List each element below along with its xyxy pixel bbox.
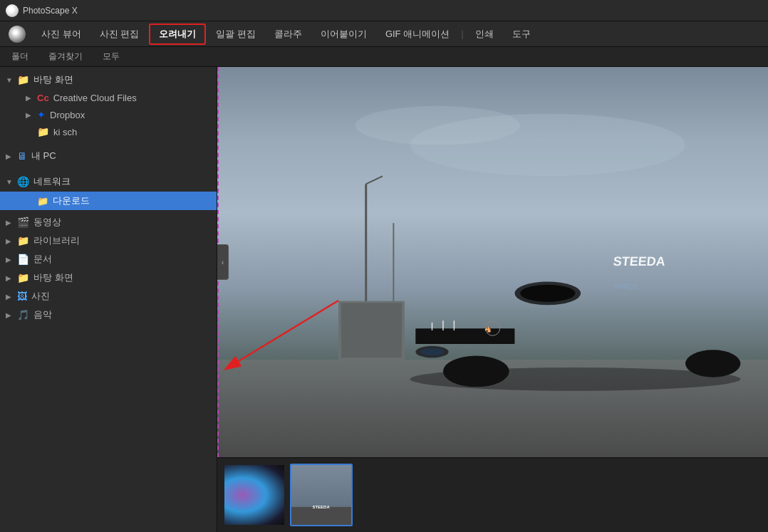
chevron-right-icon: ▶: [26, 111, 33, 119]
chevron-right-icon: ▶: [6, 256, 13, 264]
chevron-down-icon: ▼: [6, 76, 13, 84]
chevron-right-icon: ▶: [6, 219, 13, 226]
abstract-thumb-image: [224, 465, 284, 525]
svg-rect-28: [291, 507, 351, 525]
sidebar-item-desktop[interactable]: ▼ 📁 바탕 화면: [0, 70, 217, 90]
chevron-down-icon: ▼: [6, 178, 13, 186]
toolbar-favorites[interactable]: 즐겨찾기: [44, 49, 87, 64]
svg-point-3: [355, 106, 520, 145]
dropbox-icon: ✦: [37, 109, 46, 120]
svg-text:🐴: 🐴: [484, 325, 492, 333]
chevron-right-icon: ▶: [6, 293, 13, 301]
sidebar-item-network[interactable]: ▼ 🌐 네트워크: [0, 172, 217, 192]
folder-icon: 📁: [37, 196, 48, 207]
app-icon: [6, 4, 19, 17]
sidebar-item-document[interactable]: ▶ 📄 문서: [0, 250, 217, 268]
chevron-right-icon: ▶: [6, 311, 13, 319]
wallpaper-icon: 📁: [17, 272, 29, 283]
app-title: PhotoScape X: [23, 6, 78, 16]
menu-gif[interactable]: GIF 애니메이션: [377, 25, 458, 43]
main-area: ▼ 📁 바탕 화면 ▶ Cc Creative Cloud Files ▶ ✦ …: [0, 67, 768, 532]
network-icon: 🌐: [17, 176, 29, 187]
svg-point-17: [420, 348, 444, 356]
svg-text:STEEDA: STEEDA: [312, 505, 330, 509]
chevron-right-icon: ▶: [6, 274, 13, 282]
svg-point-23: [443, 356, 509, 387]
pc-icon: 🖥: [17, 150, 27, 162]
canvas-area: PRO Version: [217, 67, 768, 532]
sidebar: ▼ 📁 바탕 화면 ▶ Cc Creative Cloud Files ▶ ✦ …: [0, 67, 217, 532]
menu-collage[interactable]: 콜라주: [266, 25, 311, 43]
menu-batch[interactable]: 일괄 편집: [207, 25, 264, 43]
svg-text:HVN10: HVN10: [614, 283, 638, 291]
svg-rect-9: [341, 303, 402, 358]
menu-tools[interactable]: 도구: [504, 25, 539, 43]
menu-logo[interactable]: [3, 24, 31, 44]
section-my-pc: ▶ 🖥 내 PC: [0, 143, 217, 169]
doc-icon: 📄: [17, 254, 29, 265]
car-thumb-image: STEEDA: [291, 465, 351, 525]
library-icon: 📁: [17, 235, 29, 246]
folder-icon: 📁: [37, 126, 49, 137]
chevron-right-icon: ▶: [6, 152, 13, 160]
video-icon: 🎬: [17, 217, 29, 228]
sidebar-item-photo[interactable]: ▶ 🖼 사진: [0, 287, 217, 306]
sidebar-item-creative-cloud[interactable]: ▶ Cc Creative Cloud Files: [0, 90, 217, 106]
svg-point-24: [685, 350, 740, 377]
car-image: STEEDA 🐴 HVN10: [217, 67, 768, 457]
svg-rect-10: [415, 328, 514, 344]
folder-icon: 📁: [17, 74, 29, 85]
sidebar-item-download[interactable]: ▶ 📁 다운로드: [0, 192, 217, 210]
section-desktop: ▼ 📁 바탕 화면 ▶ Cc Creative Cloud Files ▶ ✦ …: [0, 67, 217, 143]
sidebar-item-video[interactable]: ▶ 🎬 동영상: [0, 213, 217, 231]
menu-photo-editor[interactable]: 사진 편집: [91, 25, 148, 43]
canvas-content: STEEDA 🐴 HVN10 ‹: [217, 67, 768, 457]
sidebar-item-wallpaper[interactable]: ▶ 📁 바탕 화면: [0, 268, 217, 287]
section-network: ▼ 🌐 네트워크 ▶ 📁 다운로드: [0, 169, 217, 213]
thumbnail-abstract[interactable]: [223, 464, 286, 526]
toolbar: 폴더 즐겨찾기 모두: [0, 47, 768, 67]
svg-point-12: [520, 285, 575, 302]
svg-rect-0: [217, 67, 768, 360]
sidebar-item-my-pc[interactable]: ▶ 🖥 내 PC: [0, 146, 217, 166]
toolbar-folder[interactable]: 폴더: [7, 49, 33, 64]
svg-text:STEEDA: STEEDA: [613, 255, 666, 269]
menu-print[interactable]: 인쇄: [467, 25, 502, 43]
thumbnail-car[interactable]: STEEDA: [290, 464, 353, 526]
sidebar-item-music[interactable]: ▶ 🎵 음악: [0, 306, 217, 324]
cc-icon: Cc: [37, 93, 49, 103]
thumbnail-strip: STEEDA: [217, 457, 768, 532]
sidebar-item-dropbox[interactable]: ▶ ✦ Dropbox: [0, 106, 217, 123]
sidebar-item-kisch[interactable]: ▶ 📁 ki sch: [0, 123, 217, 140]
toolbar-all[interactable]: 모두: [98, 49, 124, 64]
menu-photo-viewer[interactable]: 사진 뷰어: [33, 25, 90, 43]
menu-cut[interactable]: 오려내기: [149, 24, 206, 45]
collapse-sidebar-button[interactable]: ‹: [217, 244, 229, 280]
menu-combine[interactable]: 이어붙이기: [312, 25, 375, 43]
menu-bar: 사진 뷰어 사진 편집 오려내기 일괄 편집 콜라주 이어붙이기 GIF 애니메…: [0, 21, 768, 47]
sidebar-item-library[interactable]: ▶ 📁 라이브러리: [0, 231, 217, 250]
chevron-right-icon: ▶: [26, 94, 33, 102]
music-icon: 🎵: [17, 309, 29, 320]
title-bar: PhotoScape X: [0, 0, 768, 21]
photo-icon: 🖼: [17, 291, 27, 302]
chevron-right-icon: ▶: [6, 237, 13, 245]
